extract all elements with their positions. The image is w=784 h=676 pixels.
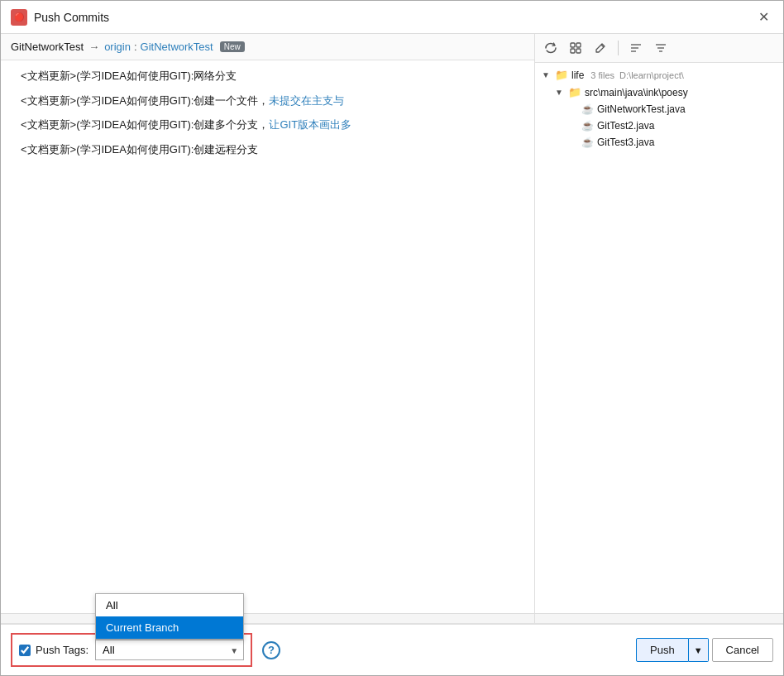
filter-icon[interactable] [652,39,670,57]
main-content: GitNetworkTest → origin : GitNetworkTest… [1,34,783,623]
svg-rect-3 [576,49,581,53]
push-tags-label: Push Tags: [36,644,88,656]
commits-list: <文档更新>(学习IDEA如何使用GIT):网络分支 <文档更新>(学习IDEA… [1,60,534,613]
java-file-icon: ☕ [581,120,594,132]
folder-path: D:\learn\project\ [619,70,684,80]
expand-icon[interactable] [566,39,585,57]
push-button-group: Push ▼ [636,638,709,662]
branch-header: GitNetworkTest → origin : GitNetworkTest… [1,34,534,60]
files-panel: ▼ 📁 life 3 files D:\learn\project\ ▼ 📁 s… [535,34,783,623]
remote-branch-link[interactable]: GitNetworkTest [141,41,213,53]
title-bar: 🔴 Push Commits ✕ [1,1,783,34]
files-tree: ▼ 📁 life 3 files D:\learn\project\ ▼ 📁 s… [535,63,783,613]
origin-link[interactable]: origin [104,41,131,53]
java-file-icon: ☕ [581,137,594,148]
tree-folder-src[interactable]: ▼ 📁 src\main\java\ink\poesy [535,84,783,101]
dropdown-popup: All Current Branch [95,593,244,640]
refresh-icon[interactable] [542,39,560,57]
tree-file-gittest3[interactable]: ▶ ☕ GitTest3.java [535,134,783,151]
title-bar-left: 🔴 Push Commits [11,9,109,26]
push-tags-group: Push Tags: All ▼ All Current Branch [11,633,252,667]
footer-buttons: Push ▼ Cancel [636,638,773,662]
folder-icon: 📁 [568,86,581,98]
svg-rect-0 [571,43,575,47]
chevron-down-icon: ▼ [555,88,565,97]
folder-icon: 📁 [555,69,568,81]
toolbar-separator [618,41,619,55]
push-tags-checkbox-group: Push Tags: [19,644,88,656]
file-count: 3 files [590,70,614,80]
commit-item: <文档更新>(学习IDEA如何使用GIT):创建多个分支，让GIT版本画出多 [1,113,534,137]
folder-name: src\main\java\ink\poesy [585,87,688,98]
branch-separator: : [134,41,137,53]
edit-icon[interactable] [591,39,610,57]
files-toolbar [535,34,783,63]
file-name: GitTest3.java [597,137,654,148]
java-file-icon: ☕ [581,103,594,115]
chevron-down-icon: ▼ [230,645,238,654]
push-tags-dropdown-container: All ▼ All Current Branch [95,640,244,660]
new-badge: New [220,41,245,52]
dropdown-option-all[interactable]: All [96,594,243,616]
push-button[interactable]: Push [636,638,689,662]
tree-folder-life[interactable]: ▼ 📁 life 3 files D:\learn\project\ [535,66,783,84]
commit-item: <文档更新>(学习IDEA如何使用GIT):网络分支 [1,64,534,89]
dialog-title: Push Commits [34,11,109,24]
local-branch: GitNetworkTest [11,41,84,53]
push-tags-checkbox[interactable] [19,645,31,656]
push-commits-dialog: 🔴 Push Commits ✕ GitNetworkTest → origin… [0,0,784,676]
sort-icon[interactable] [627,39,645,57]
folder-name: life [571,70,584,81]
horizontal-scrollbar[interactable] [1,613,534,623]
footer: Push Tags: All ▼ All Current Branch ? Pu… [1,623,783,675]
dropdown-option-current-branch[interactable]: Current Branch [96,616,243,639]
chevron-down-icon: ▼ [542,70,552,79]
files-horizontal-scrollbar[interactable] [535,613,783,623]
close-button[interactable]: ✕ [753,7,773,27]
help-button[interactable]: ? [262,641,280,659]
cancel-button[interactable]: Cancel [712,638,773,662]
dropdown-display[interactable]: All ▼ [95,640,244,660]
svg-rect-1 [576,43,581,47]
app-icon: 🔴 [11,9,27,26]
svg-rect-2 [571,49,575,53]
file-name: GitNetworkTest.java [597,103,686,115]
commit-item: <文档更新>(学习IDEA如何使用GIT):创建一个文件，未提交在主支与 [1,89,534,113]
branch-arrow: → [88,41,99,53]
push-dropdown-button[interactable]: ▼ [689,638,709,662]
commits-panel: GitNetworkTest → origin : GitNetworkTest… [1,34,535,623]
tree-file-gitnetworktest[interactable]: ▶ ☕ GitNetworkTest.java [535,101,783,117]
tree-file-gittest2[interactable]: ▶ ☕ GitTest2.java [535,117,783,134]
file-name: GitTest2.java [597,120,654,132]
commit-item: <文档更新>(学习IDEA如何使用GIT):创建远程分支 [1,137,534,162]
